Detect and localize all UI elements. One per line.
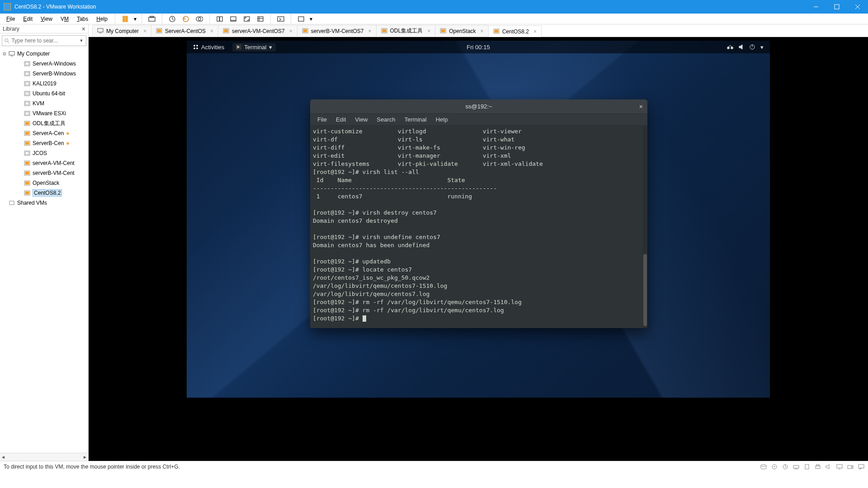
maximize-button[interactable] (826, 0, 847, 14)
vm-tab[interactable]: ODL集成工具× (376, 25, 436, 37)
menu-file[interactable]: File (3, 15, 19, 23)
tab-close-icon[interactable]: × (427, 28, 430, 34)
terminal-menu-item[interactable]: File (314, 115, 330, 124)
snapshot-manager-button[interactable] (193, 13, 206, 25)
scrollbar-thumb[interactable] (643, 254, 647, 326)
tree-vm-item[interactable]: Ubuntu 64-bit (0, 89, 88, 99)
tree-vm-item[interactable]: serverB-VM-Cent (0, 168, 88, 178)
tree-vm-item[interactable]: ServerB-Windows (0, 69, 88, 79)
view-unity-button[interactable] (254, 13, 267, 25)
tab-close-icon[interactable]: × (481, 28, 484, 34)
snapshot-take-button[interactable] (166, 13, 179, 25)
tree-vm-item[interactable]: ODL集成工具 (0, 118, 88, 128)
svg-rect-35 (25, 92, 29, 95)
vm-display-area[interactable]: Activities > Terminal ▾ Fri 00:15 ▾ (89, 37, 868, 461)
gnome-system-tray[interactable]: ▾ (727, 44, 764, 51)
tree-vm-label: ServerA-Windows (33, 61, 76, 67)
view-single-button[interactable] (213, 13, 226, 25)
guest-desktop[interactable]: Activities > Terminal ▾ Fri 00:15 ▾ (187, 41, 770, 398)
tree-root-my-computer[interactable]: ⊟ My Computer (0, 49, 88, 59)
tree-vm-item[interactable]: OpenStack (0, 178, 88, 188)
tree-vm-item[interactable]: VMware ESXi (0, 108, 88, 118)
power-dropdown[interactable]: ▾ (132, 16, 138, 22)
terminal-menu-item[interactable]: Search (373, 115, 399, 124)
cd-icon[interactable] (771, 464, 778, 469)
library-search-input[interactable] (11, 38, 79, 44)
gnome-activities[interactable]: Activities (193, 44, 224, 51)
separator (209, 14, 210, 24)
terminal-titlebar[interactable]: ss@192:~ × (310, 99, 647, 114)
svg-rect-47 (25, 152, 29, 155)
send-ctrl-alt-del-button[interactable] (146, 13, 158, 25)
floppy-icon[interactable] (782, 464, 788, 469)
vm-tab[interactable]: My Computer× (92, 25, 151, 37)
camera-icon[interactable] (847, 464, 854, 469)
search-dropdown-icon[interactable]: ▼ (79, 38, 84, 43)
tree-vm-item[interactable]: KALI2019 (0, 79, 88, 89)
terminal-scrollbar[interactable] (643, 126, 647, 328)
terminal-window[interactable]: ss@192:~ × FileEditViewSearchTerminalHel… (310, 99, 647, 328)
menu-tabs[interactable]: Tabs (73, 15, 92, 23)
quick-switch-button[interactable] (274, 13, 287, 25)
terminal-menu-item[interactable]: View (351, 115, 371, 124)
tab-close-icon[interactable]: × (368, 28, 372, 34)
menu-vm[interactable]: VM (57, 15, 72, 23)
minimize-button[interactable] (806, 0, 826, 14)
terminal-cursor (363, 315, 366, 322)
message-icon[interactable] (858, 464, 864, 469)
terminal-menu-item[interactable]: Edit (332, 115, 349, 124)
power-icon (750, 44, 755, 50)
tree-vm-item[interactable]: ServerA-Windows (0, 59, 88, 69)
sound-icon[interactable] (826, 464, 832, 469)
tab-close-icon[interactable]: × (210, 28, 213, 34)
tab-close-icon[interactable]: × (533, 28, 537, 35)
svg-rect-23 (298, 17, 304, 21)
suspend-button[interactable] (119, 13, 132, 25)
tree-vm-item[interactable]: ServerB-Cen★ (0, 138, 88, 148)
library-search[interactable]: ▼ (2, 35, 86, 46)
vm-tab[interactable]: serverB-VM-CentOS7× (297, 25, 377, 37)
close-button[interactable] (847, 0, 868, 14)
tree-vm-item[interactable]: serverA-VM-Cent (0, 158, 88, 168)
gnome-clock[interactable]: Fri 00:15 (467, 44, 490, 51)
gnome-app-menu[interactable]: > Terminal ▾ (232, 43, 276, 52)
titlebar: CentOS8.2 - VMware Workstation (0, 0, 868, 14)
tree-vm-item[interactable]: KVM (0, 99, 88, 108)
usb-icon[interactable] (804, 464, 810, 469)
library-hscroll[interactable]: ◄► (0, 453, 88, 461)
terminal-menu-item[interactable]: Terminal (401, 115, 430, 124)
display-icon[interactable] (836, 464, 843, 469)
stretch-guest-button[interactable] (295, 13, 307, 25)
menu-help[interactable]: Help (93, 15, 111, 23)
menu-view[interactable]: View (37, 15, 56, 23)
library-pane: Library × ▼ ⊟ My Computer ServerA-Window… (0, 24, 89, 461)
terminal-close-icon[interactable]: × (639, 103, 643, 110)
tree-vm-item[interactable]: CentOS8.2 (0, 188, 88, 198)
vm-icon (24, 160, 31, 166)
vm-tab[interactable]: CentOS8.2× (488, 25, 542, 37)
library-close-icon[interactable]: × (82, 25, 85, 33)
printer-icon[interactable] (815, 464, 821, 469)
svg-rect-49 (25, 162, 29, 164)
tab-close-icon[interactable]: × (289, 28, 292, 34)
app-menu-label: Terminal (244, 44, 266, 51)
view-console-button[interactable] (227, 13, 240, 25)
snapshot-revert-button[interactable] (179, 13, 192, 25)
stretch-dropdown[interactable]: ▾ (308, 16, 314, 22)
vm-tab[interactable]: OpenStack× (435, 25, 488, 37)
vm-tab[interactable]: serverA-VM-CentOS7× (218, 25, 297, 37)
view-fullscreen-button[interactable] (241, 13, 253, 25)
svg-rect-66 (382, 29, 386, 32)
terminal-menu-item[interactable]: Help (432, 115, 452, 124)
terminal-body[interactable]: virt-customize virtlogd virt-viewer virt… (310, 126, 647, 328)
network-adapter-icon[interactable] (793, 464, 799, 469)
vm-icon (24, 80, 31, 87)
vm-tab[interactable]: ServerA-CentOS× (151, 25, 218, 37)
menu-edit[interactable]: Edit (19, 15, 36, 23)
disk-icon[interactable] (760, 464, 767, 469)
tab-close-icon[interactable]: × (143, 28, 146, 34)
tree-vm-item[interactable]: ServerA-Cen★ (0, 128, 88, 138)
svg-line-10 (172, 19, 174, 20)
tree-vm-item[interactable]: JCOS (0, 148, 88, 158)
tree-shared-vms[interactable]: Shared VMs (0, 198, 88, 208)
